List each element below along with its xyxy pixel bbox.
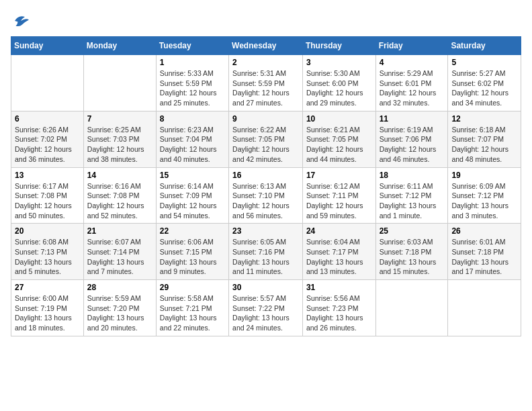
day-detail: Sunrise: 6:11 AMSunset: 7:12 PMDaylight:… <box>380 181 445 221</box>
calendar-cell: 10Sunrise: 6:21 AMSunset: 7:05 PMDayligh… <box>302 111 375 167</box>
calendar-cell: 6Sunrise: 6:26 AMSunset: 7:02 PMDaylight… <box>11 111 84 167</box>
calendar-header-row: SundayMondayTuesdayWednesdayThursdayFrid… <box>11 37 521 55</box>
calendar-cell: 28Sunrise: 5:59 AMSunset: 7:20 PMDayligh… <box>83 280 156 336</box>
calendar-cell: 16Sunrise: 6:13 AMSunset: 7:10 PMDayligh… <box>229 167 303 224</box>
day-detail: Sunrise: 6:00 AMSunset: 7:19 PMDaylight:… <box>15 293 80 333</box>
calendar-cell: 23Sunrise: 6:05 AMSunset: 7:16 PMDayligh… <box>229 224 303 280</box>
calendar-cell: 7Sunrise: 6:25 AMSunset: 7:03 PMDaylight… <box>83 111 156 167</box>
day-detail: Sunrise: 6:01 AMSunset: 7:18 PMDaylight:… <box>451 237 517 277</box>
calendar-cell: 17Sunrise: 6:12 AMSunset: 7:11 PMDayligh… <box>302 167 375 224</box>
logo <box>11 11 34 31</box>
calendar-cell: 9Sunrise: 6:22 AMSunset: 7:05 PMDaylight… <box>229 111 303 167</box>
day-detail: Sunrise: 6:03 AMSunset: 7:18 PMDaylight:… <box>380 237 445 277</box>
day-detail: Sunrise: 6:13 AMSunset: 7:10 PMDaylight:… <box>232 181 299 221</box>
calendar-week-row: 27Sunrise: 6:00 AMSunset: 7:19 PMDayligh… <box>11 280 521 336</box>
day-number: 26 <box>451 226 517 236</box>
calendar-cell: 18Sunrise: 6:11 AMSunset: 7:12 PMDayligh… <box>375 167 448 224</box>
day-number: 28 <box>87 283 152 292</box>
day-detail: Sunrise: 5:59 AMSunset: 7:20 PMDaylight:… <box>87 293 152 333</box>
day-number: 23 <box>232 226 299 236</box>
day-header-wednesday: Wednesday <box>229 37 303 55</box>
day-detail: Sunrise: 6:08 AMSunset: 7:13 PMDaylight:… <box>15 237 80 277</box>
day-number: 31 <box>306 283 372 292</box>
calendar-cell <box>83 55 156 111</box>
day-detail: Sunrise: 6:06 AMSunset: 7:15 PMDaylight:… <box>160 237 225 277</box>
day-header-tuesday: Tuesday <box>156 37 228 55</box>
day-detail: Sunrise: 5:33 AMSunset: 5:59 PMDaylight:… <box>160 68 225 108</box>
calendar-cell: 13Sunrise: 6:17 AMSunset: 7:08 PMDayligh… <box>11 167 84 224</box>
day-detail: Sunrise: 6:23 AMSunset: 7:04 PMDaylight:… <box>160 125 225 165</box>
day-number: 4 <box>380 58 445 67</box>
calendar-cell: 1Sunrise: 5:33 AMSunset: 5:59 PMDaylight… <box>156 55 228 111</box>
day-detail: Sunrise: 6:26 AMSunset: 7:02 PMDaylight:… <box>15 125 80 165</box>
day-detail: Sunrise: 6:14 AMSunset: 7:09 PMDaylight:… <box>160 181 225 221</box>
calendar-week-row: 6Sunrise: 6:26 AMSunset: 7:02 PMDaylight… <box>11 111 521 167</box>
day-number: 18 <box>380 171 445 180</box>
day-number: 7 <box>87 114 152 124</box>
day-detail: Sunrise: 5:58 AMSunset: 7:21 PMDaylight:… <box>160 293 225 333</box>
day-number: 15 <box>160 171 225 180</box>
calendar-cell: 29Sunrise: 5:58 AMSunset: 7:21 PMDayligh… <box>156 280 228 336</box>
calendar-cell <box>11 55 84 111</box>
calendar-table: SundayMondayTuesdayWednesdayThursdayFrid… <box>11 36 521 336</box>
day-number: 1 <box>160 58 225 67</box>
calendar-cell: 15Sunrise: 6:14 AMSunset: 7:09 PMDayligh… <box>156 167 228 224</box>
day-number: 11 <box>380 114 445 124</box>
day-number: 14 <box>87 171 152 180</box>
day-detail: Sunrise: 5:57 AMSunset: 7:22 PMDaylight:… <box>232 293 299 333</box>
calendar-cell: 2Sunrise: 5:31 AMSunset: 5:59 PMDaylight… <box>229 55 303 111</box>
day-header-sunday: Sunday <box>11 37 84 55</box>
day-header-friday: Friday <box>375 37 448 55</box>
day-number: 19 <box>451 171 517 180</box>
day-number: 3 <box>306 58 372 67</box>
day-number: 8 <box>160 114 225 124</box>
calendar-cell: 26Sunrise: 6:01 AMSunset: 7:18 PMDayligh… <box>448 224 521 280</box>
day-number: 21 <box>87 226 152 236</box>
day-header-thursday: Thursday <box>302 37 375 55</box>
day-detail: Sunrise: 5:56 AMSunset: 7:23 PMDaylight:… <box>306 293 372 333</box>
day-detail: Sunrise: 5:30 AMSunset: 6:00 PMDaylight:… <box>306 68 372 108</box>
day-detail: Sunrise: 5:29 AMSunset: 6:01 PMDaylight:… <box>380 68 445 108</box>
calendar-cell: 30Sunrise: 5:57 AMSunset: 7:22 PMDayligh… <box>229 280 303 336</box>
day-number: 9 <box>232 114 299 124</box>
calendar-cell: 27Sunrise: 6:00 AMSunset: 7:19 PMDayligh… <box>11 280 84 336</box>
day-detail: Sunrise: 6:25 AMSunset: 7:03 PMDaylight:… <box>87 125 152 165</box>
day-detail: Sunrise: 6:21 AMSunset: 7:05 PMDaylight:… <box>306 125 372 165</box>
calendar-cell: 12Sunrise: 6:18 AMSunset: 7:07 PMDayligh… <box>448 111 521 167</box>
day-detail: Sunrise: 6:18 AMSunset: 7:07 PMDaylight:… <box>451 125 517 165</box>
calendar-cell: 21Sunrise: 6:07 AMSunset: 7:14 PMDayligh… <box>83 224 156 280</box>
calendar-cell: 3Sunrise: 5:30 AMSunset: 6:00 PMDaylight… <box>302 55 375 111</box>
day-number: 24 <box>306 226 372 236</box>
day-detail: Sunrise: 6:05 AMSunset: 7:16 PMDaylight:… <box>232 237 299 277</box>
day-number: 22 <box>160 226 225 236</box>
calendar-cell <box>448 280 521 336</box>
calendar-week-row: 20Sunrise: 6:08 AMSunset: 7:13 PMDayligh… <box>11 224 521 280</box>
day-detail: Sunrise: 5:27 AMSunset: 6:02 PMDaylight:… <box>451 68 517 108</box>
day-detail: Sunrise: 6:22 AMSunset: 7:05 PMDaylight:… <box>232 125 299 165</box>
day-detail: Sunrise: 6:16 AMSunset: 7:08 PMDaylight:… <box>87 181 152 221</box>
day-number: 30 <box>232 283 299 292</box>
day-detail: Sunrise: 6:17 AMSunset: 7:08 PMDaylight:… <box>15 181 80 221</box>
day-number: 20 <box>15 226 80 236</box>
day-number: 6 <box>15 114 80 124</box>
day-number: 16 <box>232 171 299 180</box>
day-detail: Sunrise: 6:04 AMSunset: 7:17 PMDaylight:… <box>306 237 372 277</box>
page-header <box>11 11 521 31</box>
calendar-cell: 31Sunrise: 5:56 AMSunset: 7:23 PMDayligh… <box>302 280 375 336</box>
calendar-cell: 5Sunrise: 5:27 AMSunset: 6:02 PMDaylight… <box>448 55 521 111</box>
logo-icon <box>11 11 31 31</box>
calendar-cell: 8Sunrise: 6:23 AMSunset: 7:04 PMDaylight… <box>156 111 228 167</box>
day-detail: Sunrise: 6:09 AMSunset: 7:12 PMDaylight:… <box>451 181 517 221</box>
day-detail: Sunrise: 6:19 AMSunset: 7:06 PMDaylight:… <box>380 125 445 165</box>
day-detail: Sunrise: 6:12 AMSunset: 7:11 PMDaylight:… <box>306 181 372 221</box>
calendar-cell: 25Sunrise: 6:03 AMSunset: 7:18 PMDayligh… <box>375 224 448 280</box>
calendar-cell: 19Sunrise: 6:09 AMSunset: 7:12 PMDayligh… <box>448 167 521 224</box>
day-number: 12 <box>451 114 517 124</box>
day-number: 25 <box>380 226 445 236</box>
calendar-cell: 24Sunrise: 6:04 AMSunset: 7:17 PMDayligh… <box>302 224 375 280</box>
calendar-cell: 22Sunrise: 6:06 AMSunset: 7:15 PMDayligh… <box>156 224 228 280</box>
day-number: 5 <box>451 58 517 67</box>
day-detail: Sunrise: 6:07 AMSunset: 7:14 PMDaylight:… <box>87 237 152 277</box>
day-number: 2 <box>232 58 299 67</box>
calendar-cell: 20Sunrise: 6:08 AMSunset: 7:13 PMDayligh… <box>11 224 84 280</box>
